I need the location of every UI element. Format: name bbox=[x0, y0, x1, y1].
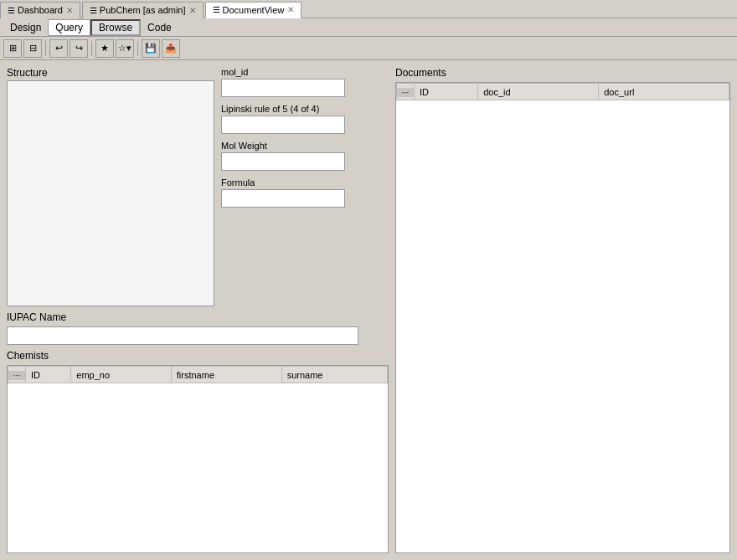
toolbar-star-list-btn[interactable]: ☆▾ bbox=[116, 39, 134, 58]
chemists-expand-col: ··· bbox=[8, 367, 26, 383]
chemists-col-id: ID bbox=[26, 367, 71, 383]
formula-input[interactable] bbox=[221, 189, 345, 208]
tab-documentview-close[interactable]: ✕ bbox=[287, 5, 294, 14]
chemists-col-surname: surname bbox=[281, 367, 387, 383]
chemists-col-empno: emp_no bbox=[71, 367, 171, 383]
documents-expand-btn[interactable]: ··· bbox=[397, 88, 414, 97]
dashboard-tab-icon: ☰ bbox=[8, 6, 15, 15]
documents-col-id: ID bbox=[415, 84, 478, 100]
mol-id-group: mol_id bbox=[221, 67, 389, 97]
menu-design[interactable]: Design bbox=[3, 20, 48, 35]
mol-id-input[interactable] bbox=[221, 79, 345, 97]
toolbar-grid-btn[interactable]: ⊞ bbox=[3, 39, 22, 58]
pubchem-tab-icon: ☰ bbox=[90, 6, 97, 15]
toolbar: ⊞ ⊟ ↩ ↪ ★ ☆▾ 💾 📤 bbox=[0, 37, 737, 60]
tab-documentview[interactable]: ☰ DocumentView ✕ bbox=[205, 2, 302, 18]
documents-expand-col: ··· bbox=[397, 84, 415, 100]
toolbar-export-btn[interactable]: 📤 bbox=[162, 39, 180, 58]
mol-weight-input[interactable] bbox=[221, 152, 345, 171]
structure-label: Structure bbox=[7, 67, 214, 79]
lipinski-group: Lipinski rule of 5 (4 of 4) bbox=[221, 104, 389, 134]
structure-group: Structure bbox=[7, 67, 214, 306]
toolbar-back-btn[interactable]: ↩ bbox=[49, 39, 68, 58]
tab-pubchem-close[interactable]: ✕ bbox=[189, 6, 196, 15]
mol-id-label: mol_id bbox=[221, 67, 389, 77]
documents-section: Documents ··· ID doc_id doc_url bbox=[395, 67, 730, 553]
toolbar-star-btn[interactable]: ★ bbox=[95, 39, 114, 58]
lipinski-input[interactable] bbox=[221, 116, 345, 134]
menu-query[interactable]: Query bbox=[48, 19, 90, 36]
formula-group: Formula bbox=[221, 177, 389, 208]
toolbar-save-btn[interactable]: 💾 bbox=[142, 39, 160, 58]
tab-dashboard[interactable]: ☰ Dashboard ✕ bbox=[0, 2, 80, 18]
toolbar-sep3 bbox=[137, 41, 138, 56]
tab-dashboard-close[interactable]: ✕ bbox=[66, 6, 73, 15]
chemists-expand-btn[interactable]: ··· bbox=[8, 371, 25, 380]
structure-section: Structure mol_id Lipinski rule of 5 (4 o… bbox=[7, 67, 389, 306]
toolbar-forward-btn[interactable]: ↪ bbox=[70, 39, 88, 58]
iupac-section: IUPAC Name bbox=[7, 311, 389, 345]
documents-table: ··· ID doc_id doc_url bbox=[396, 83, 729, 100]
menu-browse[interactable]: Browse bbox=[90, 19, 141, 36]
documents-col-docid: doc_id bbox=[478, 84, 599, 100]
mol-weight-group: Mol Weight bbox=[221, 141, 389, 171]
toolbar-grid2-btn[interactable]: ⊟ bbox=[23, 39, 42, 58]
lipinski-label: Lipinski rule of 5 (4 of 4) bbox=[221, 104, 389, 114]
menu-code[interactable]: Code bbox=[141, 20, 178, 35]
toolbar-sep1 bbox=[45, 41, 46, 56]
formula-label: Formula bbox=[221, 177, 389, 188]
tab-dashboard-label: Dashboard bbox=[18, 5, 63, 15]
structure-box bbox=[7, 80, 214, 306]
main-content: Structure mol_id Lipinski rule of 5 (4 o… bbox=[0, 60, 737, 560]
iupac-input[interactable] bbox=[7, 326, 358, 345]
iupac-label: IUPAC Name bbox=[7, 311, 389, 323]
left-panel: Structure mol_id Lipinski rule of 5 (4 o… bbox=[7, 67, 389, 553]
toolbar-sep2 bbox=[91, 41, 92, 56]
documents-label: Documents bbox=[395, 67, 730, 79]
tab-pubchem-label: PubChem [as admin] bbox=[100, 5, 186, 15]
chemists-label: Chemists bbox=[7, 350, 389, 362]
tab-bar: ☰ Dashboard ✕ ☰ PubChem [as admin] ✕ ☰ D… bbox=[0, 0, 737, 18]
tab-pubchem[interactable]: ☰ PubChem [as admin] ✕ bbox=[82, 2, 204, 18]
menu-bar: Design Query Browse Code bbox=[0, 18, 737, 37]
chemists-section: Chemists ··· ID emp_no firstname surname bbox=[7, 350, 389, 553]
documents-table-wrapper[interactable]: ··· ID doc_id doc_url bbox=[395, 82, 730, 553]
chemists-col-firstname: firstname bbox=[171, 367, 281, 383]
documentview-tab-icon: ☰ bbox=[213, 5, 220, 14]
tab-documentview-label: DocumentView bbox=[223, 5, 285, 15]
chemists-table: ··· ID emp_no firstname surname bbox=[8, 366, 388, 383]
documents-col-docurl: doc_url bbox=[599, 84, 729, 100]
right-panel: Documents ··· ID doc_id doc_url bbox=[395, 67, 730, 553]
fields-panel: mol_id Lipinski rule of 5 (4 of 4) Mol W… bbox=[221, 67, 389, 306]
chemists-table-wrapper[interactable]: ··· ID emp_no firstname surname bbox=[7, 365, 389, 553]
mol-weight-label: Mol Weight bbox=[221, 141, 389, 151]
